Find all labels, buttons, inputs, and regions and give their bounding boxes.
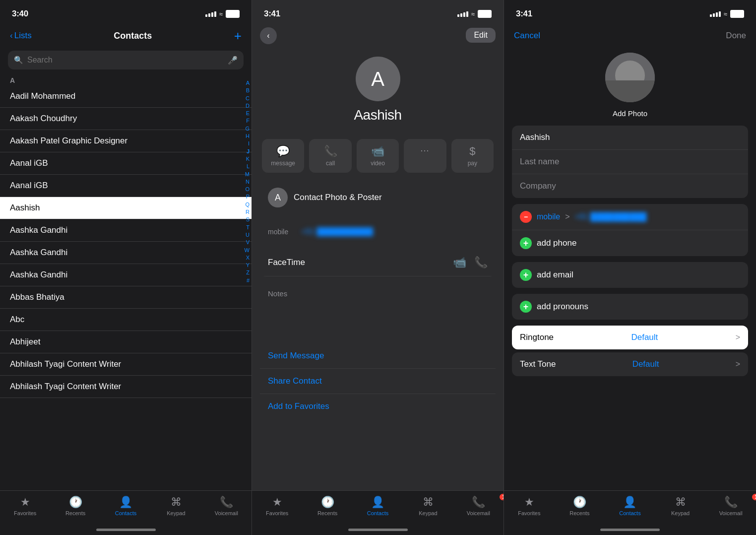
add-contact-button[interactable]: + <box>234 29 242 42</box>
tab-voicemail-p2[interactable]: 📞 1 Voicemail <box>453 496 504 516</box>
facetime-section: FaceTime 📹 📞 <box>260 249 496 276</box>
tab-favorites-p3[interactable]: ★ Favorites <box>504 496 555 516</box>
battery-indicator-p1: 49 <box>226 10 240 18</box>
notes-section: Notes <box>260 282 496 337</box>
recents-icon: 🕐 <box>69 496 82 509</box>
notes-content <box>268 301 488 331</box>
az-index: A B C D E F G H I J K L M N O P Q R S T … <box>242 79 252 284</box>
last-name-field[interactable] <box>512 150 748 174</box>
tab-recents-p2[interactable]: 🕐 Recents <box>302 496 352 516</box>
contact-item[interactable]: Aadil Mohammed <box>0 85 252 108</box>
pay-action-button[interactable]: $ pay <box>451 139 494 173</box>
tab-contacts[interactable]: 👤 Contacts <box>101 496 151 516</box>
mobile-chevron-icon: > <box>565 212 569 221</box>
contacts-list-panel: 3:40 ≈ 49 ‹ Lists Contacts + 🔍 🎤 <box>0 0 252 535</box>
contact-item[interactable]: Abc <box>0 309 252 331</box>
mobile-row[interactable]: mobile +91 ██████████ <box>260 220 496 243</box>
status-bar-p1: 3:40 ≈ 49 <box>0 0 252 24</box>
detail-nav: ‹ Edit <box>252 24 504 49</box>
ringtone-row[interactable]: Ringtone Default > <box>512 326 748 349</box>
share-contact-link[interactable]: Share Contact <box>260 369 496 394</box>
search-bar[interactable]: 🔍 🎤 <box>8 51 244 69</box>
battery-indicator-p2: 49 <box>478 10 492 18</box>
remove-phone-button[interactable]: − <box>520 211 532 223</box>
contact-item[interactable]: Aashka Gandhi <box>0 264 252 286</box>
first-name-field[interactable] <box>512 126 748 150</box>
send-message-link[interactable]: Send Message <box>260 343 496 369</box>
contact-item[interactable]: Aanal iGB <box>0 152 252 175</box>
add-pronouns-button[interactable]: + <box>520 301 532 313</box>
search-input[interactable] <box>27 56 224 65</box>
add-phone-field[interactable]: + add phone <box>512 230 748 256</box>
tab-favorites[interactable]: ★ Favorites <box>0 496 50 516</box>
contact-item[interactable]: Abbas Bhatiya <box>0 286 252 309</box>
message-action-button[interactable]: 💬 message <box>262 139 304 173</box>
back-button-p2[interactable]: ‹ <box>260 27 277 44</box>
add-phone-button[interactable]: + <box>520 237 532 249</box>
tab-voicemail[interactable]: 📞 Voicemail <box>201 496 252 516</box>
contact-item-selected[interactable]: Aashish <box>0 197 252 219</box>
mobile-field[interactable]: − mobile > +91 ██████████ <box>512 204 748 230</box>
add-to-favorites-link[interactable]: Add to Favorites <box>260 394 496 419</box>
call-action-button[interactable]: 📞 call <box>309 139 351 173</box>
tab-recents-p3[interactable]: 🕐 Recents <box>555 496 605 516</box>
contact-item[interactable]: Aakash Patel Graphic Designer <box>0 130 252 152</box>
tab-keypad-p3[interactable]: ⌘ Keypad <box>655 496 706 516</box>
facetime-video-icon[interactable]: 📹 <box>453 256 466 269</box>
contact-item[interactable]: Aakash Choudhry <box>0 108 252 130</box>
back-label: Lists <box>14 31 32 41</box>
microphone-icon[interactable]: 🎤 <box>228 56 238 65</box>
contact-item[interactable]: Aashka Gandhi <box>0 219 252 242</box>
contact-item[interactable]: Abhilash Tyagi Content Writer <box>0 376 252 398</box>
lists-back-button[interactable]: ‹ Lists <box>10 31 32 41</box>
video-action-button[interactable]: 📹 video <box>357 139 399 173</box>
add-photo-label[interactable]: Add Photo <box>613 109 647 118</box>
tab-keypad[interactable]: ⌘ Keypad <box>151 496 201 516</box>
contact-item[interactable]: Abhilash Tyagi Content Writer <box>0 353 252 376</box>
signal-icon-p3 <box>710 11 721 17</box>
cancel-button[interactable]: Cancel <box>514 31 540 41</box>
status-time-p3: 3:41 <box>516 9 532 19</box>
contacts-icon: 👤 <box>119 496 132 509</box>
contact-item[interactable]: Aanal iGB <box>0 175 252 197</box>
edit-avatar[interactable] <box>605 53 655 102</box>
signal-icon-p2 <box>457 11 468 17</box>
add-email-field[interactable]: + add email <box>512 262 748 288</box>
contact-photo-label: Contact Photo & Poster <box>294 193 382 202</box>
contact-photo-section: A Contact Photo & Poster <box>260 181 496 214</box>
tab-recents[interactable]: 🕐 Recents <box>50 496 100 516</box>
contact-item[interactable]: Aashka Gandhi <box>0 242 252 264</box>
contacts-list: A Aadil Mohammed Aakash Choudhry Aakash … <box>0 73 252 490</box>
contact-photo-row[interactable]: A Contact Photo & Poster <box>260 181 496 214</box>
voicemail-badge-p2: 1 <box>500 494 504 500</box>
tab-favorites-p2[interactable]: ★ Favorites <box>252 496 302 516</box>
favorites-icon-p3: ★ <box>524 496 534 509</box>
search-icon: 🔍 <box>14 56 23 65</box>
add-email-button[interactable]: + <box>520 269 532 281</box>
contact-item[interactable]: Abhijeet <box>0 331 252 353</box>
contact-full-name: Aashish <box>354 107 401 123</box>
texttone-row[interactable]: Text Tone Default > <box>512 352 748 376</box>
first-name-input[interactable] <box>520 133 740 142</box>
voicemail-badge-p3: 1 <box>752 494 756 500</box>
tab-voicemail-p3[interactable]: 📞 1 Voicemail <box>705 496 756 516</box>
edit-button[interactable]: Edit <box>466 28 496 43</box>
tab-contacts-p3[interactable]: 👤 Contacts <box>605 496 655 516</box>
wifi-icon-p3: ≈ <box>724 10 727 18</box>
voicemail-icon-p3: 📞 <box>724 496 738 509</box>
company-field[interactable] <box>512 174 748 198</box>
add-pronouns-field[interactable]: + add pronouns <box>512 294 748 320</box>
edit-nav: Cancel Done <box>504 24 756 49</box>
contact-header: A Aashish <box>252 49 504 133</box>
tab-keypad-p2[interactable]: ⌘ Keypad <box>403 496 453 516</box>
more-action-button[interactable]: ⋯ <box>404 139 446 173</box>
texttone-value: Default <box>632 359 659 369</box>
company-input[interactable] <box>520 181 740 191</box>
tab-contacts-p2[interactable]: 👤 Contacts <box>353 496 403 516</box>
done-button[interactable]: Done <box>726 31 746 41</box>
contact-detail-panel: 3:41 ≈ 49 ‹ Edit A Aashish <box>252 0 504 535</box>
keypad-icon-p2: ⌘ <box>423 496 434 509</box>
notes-row[interactable]: Notes <box>260 282 496 337</box>
facetime-audio-icon[interactable]: 📞 <box>474 256 488 269</box>
last-name-input[interactable] <box>520 157 740 167</box>
